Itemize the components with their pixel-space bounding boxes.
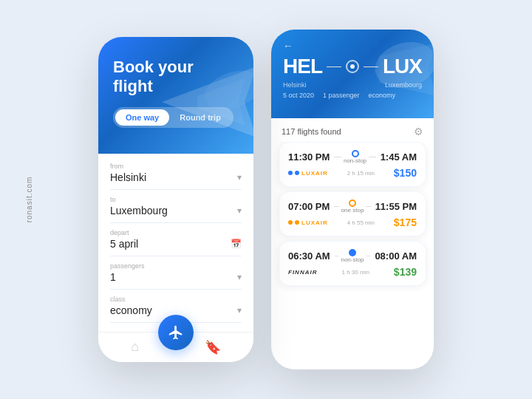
page-title: Book your flight [113, 58, 239, 97]
depart-value: 5 april [110, 238, 138, 250]
round-trip-button[interactable]: Round trip [169, 109, 231, 126]
flight-price: $175 [394, 216, 417, 228]
left-phone: Book your flight One way Round trip from… [98, 37, 253, 362]
left-phone-body: from Helsinki ▾ to Luxembourg ▾ depart 5… [98, 154, 253, 332]
stop-label: non-stop [344, 157, 366, 164]
airline-name: LUXAIR [301, 170, 328, 177]
depart-label: depart [110, 229, 242, 236]
arrival-time: 08:00 AM [375, 250, 417, 262]
flight-card[interactable]: 06:30 AM non-stop 08:00 AM FINNAIR 1 h 3… [279, 241, 426, 286]
stop-icon [352, 150, 359, 157]
trip-type-toggle[interactable]: One way Round trip [113, 107, 233, 128]
right-phone: ← HEL LUX Helsinki Luxembourg 5 oct 2020… [271, 30, 434, 369]
airline-name: LUXAIR [301, 219, 328, 226]
flight-price: $150 [394, 167, 417, 179]
stop-label: one stop [341, 207, 364, 214]
phones-container: Book your flight One way Round trip from… [98, 30, 434, 369]
one-way-button[interactable]: One way [115, 109, 169, 126]
plane-icon [168, 324, 184, 341]
arrival-time: 1:45 AM [381, 151, 417, 163]
passengers-value: 1 [110, 271, 116, 283]
chevron-down-icon: ▾ [237, 172, 242, 183]
flight-duration: 4 h 55 min [347, 219, 375, 226]
airline-dot-2 [295, 220, 299, 225]
results-count: 117 flights found [282, 127, 341, 136]
calendar-icon: 📅 [231, 239, 242, 249]
bottom-nav: ⌂ 🔖 [98, 332, 253, 362]
home-icon[interactable]: ⌂ [131, 339, 139, 355]
watermark-text: ronasit.com [25, 177, 33, 223]
passengers-field[interactable]: passengers 1 ▾ [110, 262, 242, 290]
stop-indicator: non-stop [334, 150, 375, 164]
airline-logo-area: LUXAIR [288, 219, 328, 226]
flight-duration: 2 h 15 min [347, 170, 375, 177]
airline-dot-1 [288, 220, 293, 225]
departure-time: 06:30 AM [288, 250, 330, 262]
stop-indicator: one stop [334, 200, 370, 214]
departure-time: 07:00 PM [288, 201, 330, 212]
route-line-left [327, 66, 341, 67]
results-header: 117 flights found ⚙ [271, 118, 434, 142]
flights-list: 11:30 PM non-stop 1:45 AM [271, 142, 434, 369]
stop-icon [349, 200, 356, 207]
stop-indicator: non-stop [335, 249, 371, 263]
origin-city-code: HEL [283, 55, 322, 78]
to-value: Luxembourg [110, 205, 168, 216]
from-label: from [110, 163, 242, 170]
stop-icon [349, 249, 356, 256]
search-date: 5 oct 2020 [283, 92, 314, 99]
depart-field[interactable]: depart 5 april 📅 [110, 229, 242, 256]
airline-logo-area: LUXAIR [288, 170, 328, 177]
to-label: to [110, 196, 242, 203]
stop-label: non-stop [341, 256, 364, 263]
filter-icon[interactable]: ⚙ [414, 126, 423, 137]
chevron-down-icon: ▾ [237, 305, 242, 316]
airline-dot-1 [288, 171, 293, 175]
from-value: Helsinki [110, 171, 146, 183]
flight-duration: 1 h 30 min [341, 269, 369, 276]
class-value: economy [110, 304, 152, 316]
flight-card[interactable]: 11:30 PM non-stop 1:45 AM [279, 142, 426, 187]
to-field[interactable]: to Luxembourg ▾ [110, 196, 242, 223]
from-field[interactable]: from Helsinki ▾ [110, 163, 242, 190]
flight-card[interactable]: 07:00 PM one stop 11:55 PM [279, 191, 426, 236]
flight-search-button[interactable] [158, 315, 194, 350]
arrival-time: 11:55 PM [375, 201, 417, 212]
flight-price: $139 [394, 266, 417, 278]
left-phone-header: Book your flight One way Round trip [98, 37, 253, 154]
airline-dot-2 [295, 171, 299, 175]
chevron-down-icon: ▾ [237, 272, 242, 282]
right-phone-header: ← HEL LUX Helsinki Luxembourg 5 oct 2020… [271, 30, 434, 118]
chevron-down-icon: ▾ [237, 205, 242, 216]
class-label: class [110, 296, 242, 303]
plane-background-right-icon [352, 30, 434, 118]
bookmark-icon[interactable]: 🔖 [205, 339, 221, 355]
airline-name: FINNAIR [288, 269, 317, 276]
passengers-label: passengers [110, 262, 242, 270]
departure-time: 11:30 PM [288, 151, 330, 163]
origin-city-name: Helsinki [283, 81, 307, 89]
